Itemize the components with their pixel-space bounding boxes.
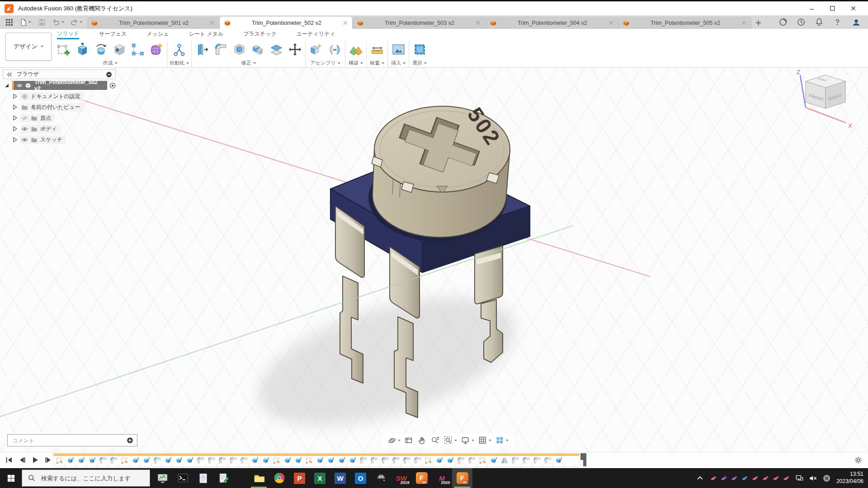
maximize-button[interactable] xyxy=(822,2,843,15)
timeline-feature-extrude-icon[interactable] xyxy=(175,457,183,464)
timeline-feature-extrude-icon[interactable] xyxy=(143,457,150,464)
ribbon-group-dropdown[interactable]: 構築 xyxy=(349,60,363,66)
timeline-feature-strip[interactable] xyxy=(53,453,580,467)
timeline-feature-extrude-icon[interactable] xyxy=(338,457,345,464)
revolve-icon[interactable] xyxy=(93,41,109,58)
browser-tree-item[interactable]: ボディ xyxy=(3,124,116,133)
extrude-icon[interactable] xyxy=(74,41,90,58)
timeline-feature-extrude-icon[interactable] xyxy=(89,457,96,464)
timeline-feature-fillet-plain-icon[interactable] xyxy=(544,457,552,464)
timeline-feature-extrude-icon[interactable] xyxy=(327,457,335,464)
play-button[interactable] xyxy=(31,455,40,465)
user-avatar[interactable] xyxy=(851,17,862,28)
ribbon-group-dropdown[interactable]: 作成 xyxy=(103,60,118,66)
browser-tree-item[interactable]: ドキュメントの設定 xyxy=(3,92,116,101)
comment-bar[interactable] xyxy=(7,434,137,446)
automate-icon[interactable] xyxy=(171,41,188,58)
timeline-feature-fillet-plain-icon[interactable] xyxy=(208,457,215,464)
expander-closed-icon[interactable] xyxy=(12,115,18,121)
timeline-feature-fillet-icon[interactable] xyxy=(392,457,400,464)
timeline-feature-fillet-plain-icon[interactable] xyxy=(241,457,248,464)
tray-bird-icon[interactable] xyxy=(710,474,717,482)
workspace-selector[interactable]: デザイン xyxy=(5,33,52,61)
close-tab-icon[interactable] xyxy=(609,20,613,25)
move-copy-icon[interactable] xyxy=(287,41,303,58)
word-taskbar-button[interactable]: W xyxy=(330,468,350,488)
timeline-feature-fillet-plain-icon[interactable] xyxy=(360,457,367,464)
timeline-feature-fillet-plain-icon[interactable] xyxy=(371,457,378,464)
split-body-icon[interactable] xyxy=(268,41,284,58)
taskbar-search[interactable] xyxy=(22,469,150,487)
tray-bird-icon[interactable] xyxy=(762,474,769,482)
job-status-icon[interactable] xyxy=(778,18,788,27)
timeline-feature-fillet-plain-icon[interactable] xyxy=(230,457,237,464)
timeline-feature-extrude-icon[interactable] xyxy=(165,457,172,464)
save-button[interactable] xyxy=(37,18,46,27)
timeline-feature-sketch-icon[interactable] xyxy=(273,457,280,464)
close-button[interactable] xyxy=(843,2,863,15)
new-component-icon[interactable] xyxy=(308,41,324,58)
powerpoint-taskbar-button[interactable]: P xyxy=(289,468,310,488)
ribbon-group-dropdown[interactable]: 検査 xyxy=(370,60,384,66)
fusion-360-active-taskbar-button[interactable]: F360 xyxy=(452,468,472,488)
timeline-feature-fillet-plain-icon[interactable] xyxy=(414,457,421,464)
expander-closed-icon[interactable] xyxy=(12,93,18,99)
file-explorer-taskbar-button[interactable] xyxy=(249,468,269,488)
expander-closed-icon[interactable] xyxy=(12,136,18,143)
timeline-feature-sketch-icon[interactable] xyxy=(479,457,486,464)
timeline-feature-extrude-icon[interactable] xyxy=(132,457,139,464)
gimp-taskbar-button[interactable] xyxy=(371,468,391,488)
volume-muted-icon[interactable] xyxy=(809,474,817,482)
excel-taskbar-button[interactable]: X xyxy=(310,468,330,488)
tray-bird-icon[interactable] xyxy=(751,474,759,482)
search-input[interactable] xyxy=(40,474,144,482)
timeline-feature-sketch-icon[interactable] xyxy=(56,457,63,464)
recent-activity-icon[interactable] xyxy=(797,18,806,27)
shell-icon[interactable] xyxy=(231,41,247,58)
timeline-settings-gear-icon[interactable] xyxy=(854,456,863,465)
document-tab[interactable]: Trim_Potentiometer_502 v2 xyxy=(220,17,353,29)
tray-bird-icon[interactable] xyxy=(720,474,727,482)
timeline-playhead[interactable] xyxy=(580,453,586,466)
browser-tree-item[interactable]: 原点 xyxy=(3,113,116,122)
timeline-feature-fillet-icon[interactable] xyxy=(523,457,530,464)
timeline-feature-fillet-icon[interactable] xyxy=(154,457,161,464)
add-comment-icon[interactable] xyxy=(127,437,133,444)
fillet-icon[interactable] xyxy=(212,41,229,58)
network-icon[interactable] xyxy=(796,474,803,482)
ribbon-group-dropdown[interactable]: 修正 xyxy=(241,60,256,66)
timeline-feature-fillet-icon[interactable] xyxy=(99,457,107,464)
select-icon[interactable] xyxy=(411,41,428,58)
activate-radio-icon[interactable] xyxy=(109,82,116,89)
mastercam-taskbar-button[interactable]: M2020 xyxy=(432,468,452,488)
timeline-feature-extrude-icon[interactable] xyxy=(349,457,356,464)
document-tab[interactable]: Trim_Potentiometer_505 v2 xyxy=(618,17,751,29)
go-to-start-button[interactable] xyxy=(5,455,14,465)
timeline-feature-extrude-icon[interactable] xyxy=(295,457,302,464)
hole-icon[interactable] xyxy=(111,41,127,58)
joint-icon[interactable] xyxy=(326,41,343,58)
status-x-icon[interactable] xyxy=(823,474,830,482)
timeline-feature-extrude-icon[interactable] xyxy=(490,457,497,464)
browser-header[interactable]: ブラウザ xyxy=(3,70,116,79)
tray-chevron-icon[interactable] xyxy=(696,474,704,482)
help-icon[interactable] xyxy=(833,18,842,27)
ribbon-group-dropdown[interactable]: 選択 xyxy=(412,60,427,66)
timeline-feature-mirror-icon[interactable] xyxy=(501,457,508,464)
ribbon-tab[interactable]: サーフェス xyxy=(99,29,127,39)
notepad-taskbar-button[interactable] xyxy=(193,468,213,488)
viewports-button[interactable] xyxy=(495,436,509,445)
fit-button[interactable] xyxy=(444,436,457,445)
tray-bird-icon[interactable] xyxy=(783,474,790,482)
create-form-icon[interactable] xyxy=(148,41,165,58)
expander-open-icon[interactable] xyxy=(4,82,10,89)
timeline-feature-extrude-icon[interactable] xyxy=(186,457,193,464)
minimize-panel-icon[interactable] xyxy=(106,71,112,78)
timeline-feature-fillet-plain-icon[interactable] xyxy=(197,457,204,464)
ribbon-group-dropdown[interactable]: 挿入 xyxy=(391,60,406,66)
timeline-feature-extrude-icon[interactable] xyxy=(78,457,85,464)
press-pull-icon[interactable] xyxy=(194,41,210,58)
pattern-icon[interactable] xyxy=(130,41,146,58)
browser-tree-item[interactable]: スケッチ xyxy=(3,135,116,144)
timeline-feature-extrude-icon[interactable] xyxy=(67,457,74,464)
